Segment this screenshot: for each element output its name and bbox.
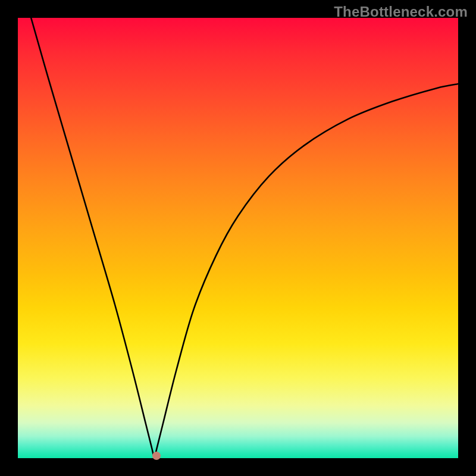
optimum-marker	[152, 452, 161, 460]
chart-frame: TheBottleneck.com	[0, 0, 476, 476]
plot-area	[18, 18, 458, 458]
bottleneck-curve	[18, 18, 458, 458]
